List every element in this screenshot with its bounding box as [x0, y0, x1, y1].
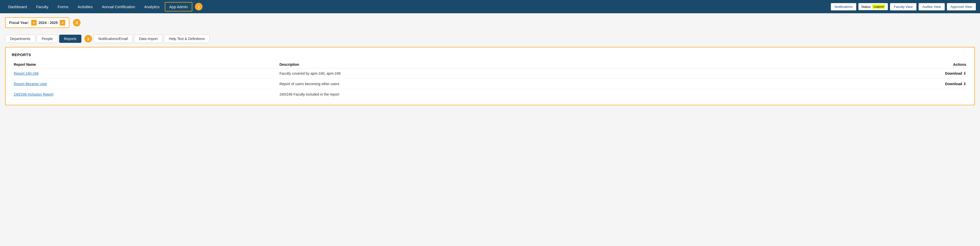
status-button[interactable]: Status Legend: [858, 3, 888, 10]
report-link-report-240-246[interactable]: Report 240-246: [14, 71, 38, 75]
tabs-section: Departments People Reports 3 Notificatio…: [0, 32, 980, 43]
reports-title: REPORTS: [12, 52, 968, 57]
report-actions-cell: Download ⇩: [809, 68, 968, 79]
status-label: Status: [861, 5, 870, 9]
report-actions-cell: Download ⇩: [809, 79, 968, 89]
step-badge-1: 1: [195, 3, 202, 10]
table-row: Report Became UserReport of users becomi…: [12, 79, 968, 89]
nav-item-dashboard[interactable]: Dashboard: [4, 3, 31, 11]
col-header-description: Description: [277, 61, 809, 68]
nav-item-analytics[interactable]: Analytics: [140, 3, 164, 11]
table-row: Report 240-246Faculty covered by apm-240…: [12, 68, 968, 79]
fiscal-year-prev-button[interactable]: <: [31, 20, 37, 25]
download-button-report-240-246[interactable]: Download ⇩: [945, 71, 966, 75]
report-name-cell: Report Became User: [12, 79, 277, 89]
step-badge-2: 2: [73, 19, 81, 27]
fiscal-year-value: 2024 - 2025: [39, 21, 58, 25]
report-link-report-became-user[interactable]: Report Became User: [14, 82, 47, 86]
fiscal-year-box: Fiscal Year: < 2024 - 2025 >: [5, 17, 69, 28]
step-badge-3: 3: [84, 35, 92, 43]
report-description-cell: Report of users becoming other users: [277, 79, 809, 89]
reports-table: Report Name Description Actions Report 2…: [12, 61, 968, 100]
table-row: 240/246 Inclusion Report240/246 Faculty …: [12, 89, 968, 100]
download-button-report-became-user[interactable]: Download ⇩: [945, 82, 966, 86]
notifications-button[interactable]: Notifications: [831, 3, 856, 10]
report-name-cell: 240/246 Inclusion Report: [12, 89, 277, 100]
nav-item-faculty[interactable]: Faculty: [32, 3, 52, 11]
report-description-cell: 240/246 Faculty included in the report: [277, 89, 809, 100]
tab-departments[interactable]: Departments: [5, 35, 35, 43]
tab-people[interactable]: People: [37, 35, 58, 43]
status-legend-badge: Legend: [872, 5, 885, 9]
nav-item-annual-certification[interactable]: Annual Certification: [98, 3, 139, 11]
tab-reports[interactable]: Reports: [59, 35, 81, 43]
tab-help-text[interactable]: Help Text & Definitions: [164, 35, 210, 43]
tab-data-import[interactable]: Data Import: [134, 35, 162, 43]
fiscal-year-label: Fiscal Year:: [9, 21, 29, 25]
nav-links: Dashboard Faculty Forms Activities Annua…: [4, 2, 202, 11]
report-description-cell: Faculty covered by apm-240, apm-246: [277, 68, 809, 79]
tab-notifications-email[interactable]: Notifications/Email: [94, 35, 133, 43]
report-link-240-246-inclusion-report[interactable]: 240/246 Inclusion Report: [14, 92, 54, 96]
fiscal-year-section: Fiscal Year: < 2024 - 2025 > 2: [0, 13, 980, 32]
faculty-view-button[interactable]: Faculty View: [890, 3, 916, 10]
download-icon: ⇩: [963, 82, 966, 86]
reports-section: REPORTS Report Name Description Actions …: [5, 47, 975, 105]
report-name-cell: Report 240-246: [12, 68, 277, 79]
top-navigation: Dashboard Faculty Forms Activities Annua…: [0, 0, 980, 13]
auditor-view-button[interactable]: Auditor View: [918, 3, 945, 10]
approver-view-button[interactable]: Approver View: [947, 3, 976, 10]
download-icon: ⇩: [963, 71, 966, 75]
fiscal-year-next-button[interactable]: >: [60, 20, 65, 25]
nav-item-app-admin[interactable]: App Admin: [165, 2, 192, 11]
col-header-report-name: Report Name: [12, 61, 277, 68]
col-header-actions: Actions: [809, 61, 968, 68]
nav-item-activities[interactable]: Activities: [73, 3, 97, 11]
nav-actions: Notifications Status Legend Faculty View…: [831, 3, 976, 10]
report-actions-cell: [809, 89, 968, 100]
nav-item-forms[interactable]: Forms: [54, 3, 73, 11]
